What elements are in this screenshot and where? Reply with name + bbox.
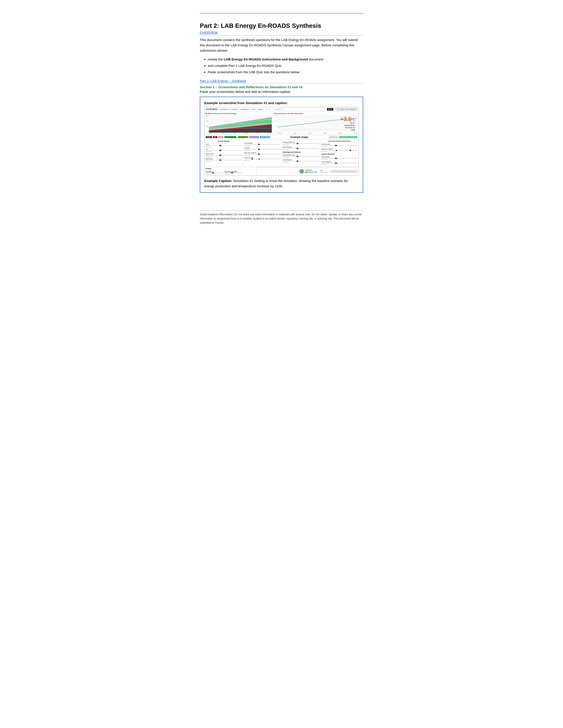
sim-menu-language[interactable]: Language ▾ [240,108,249,110]
temp-label: Temperature Increase by 2100 [340,124,355,131]
example-image-label: Example image [271,136,328,138]
sim-charts-area: ▶ Global Sources of Primary Energy 18001… [204,112,359,135]
sim-energy-supply-col1: Energy Supply Coal ⋮ status quo Oil ⋮ st… [204,139,243,167]
legend-newzero: NEW ZERO [259,136,270,138]
sim-menu-graphs[interactable]: Graphs ▾ [231,108,238,110]
slider-electrification-transport: Electrification ⋮ status quo [283,146,319,150]
enroads-logo: EN-ROADS [206,108,217,111]
sim-menu-help[interactable]: Help ▾ [258,108,263,110]
slider-deforestation: Deforestation ⋮ status quo [321,143,358,147]
slider-methane-other: Methane & Other ⋮ status quo [321,148,358,152]
slider-oil: Oil ⋮ status quo [205,148,242,152]
sim-energy-supply-col2: Renewables ⋮ status quo Nuclear ⋮ status… [243,139,282,167]
sim-beta-badge: BETA [327,108,334,111]
sim-land-industry-col: Land and Industry Emissions Deforestatio… [320,139,359,167]
legend-coal: COAL [206,136,212,138]
footer-text: Avoid Academic Misconduct. Do not share … [200,210,363,225]
sim-legend-bar: COAL OIL GAS RENEWABLES BIOENERGY NUCLEA… [204,135,359,139]
temperature-display: +3.6°C +6.5° Temperature Increase by 210… [340,116,355,131]
sim-menu-simulation[interactable]: Simulation ▾ [220,108,229,110]
slider-natural-gas: Natural Gas ⋮ status quo [205,153,242,157]
sim-logos-area: C CLIMATE▩INTERACTIVE MITMANAGEMENT En-R… [256,167,359,175]
sim-share-button[interactable]: 🔗 Share Your Scenario [336,108,357,111]
sim-menu-view[interactable]: View ▾ [251,108,256,110]
bullet-list: review the LAB Energy En-ROADS Instructi… [208,56,363,75]
slider-new-zero-carbon: New Zero Carbon ⋮ status quo [244,152,280,156]
ghg-y-axis: 1408020-20 [274,115,278,133]
legend-gas: GAS [218,136,223,138]
carbon-removal-title: Carbon Removal [321,153,358,156]
slider-coal: Coal ⋮ status quo [205,143,242,147]
overview-divider [200,35,363,36]
slider-electrification-buildings: Electrification ⋮ status quo [283,159,319,163]
climate-interactive-logo: C CLIMATE▩INTERACTIVE [299,169,317,174]
page-title: Part 2: LAB Energy En-ROADS Synthesis [200,22,363,29]
energy-chart-title: ▶ Global Sources of Primary Energy [206,113,272,114]
legend-renewables: RENEWABLES [224,136,237,138]
simulator-screenshot: EN-ROADS Simulation ▾ Graphs ▾ Language … [204,107,359,176]
bullet-item-1: review the LAB Energy En-ROADS Instructi… [208,56,363,62]
legend-bioenergy: BIOENERGY [237,136,248,138]
overview-link[interactable]: OVERVIEW [200,31,363,34]
example-box-title: Example screenshot from Simulation #1 an… [204,101,359,105]
energy-y-axis: 180012006000 [206,115,209,133]
ghg-x-labels: 200020202040206020802100 [278,133,357,134]
legend-nuclear: NUCLEAR [249,136,259,138]
intro-text: This document contains the synthesis que… [200,37,363,53]
legend-current: CURRENT SCENARIO [339,136,357,138]
energy-chart-panel: ▶ Global Sources of Primary Energy 18001… [204,112,273,135]
buildings-industry-title: Buildings and Industry [283,151,319,154]
svg-text:C: C [300,171,302,173]
sim-sliders-area: Energy Supply Coal ⋮ status quo Oil ⋮ st… [204,139,359,167]
slider-carbon-price: Carbon Price ⋮ status quo [244,157,280,161]
temp-value: +3.6°C [340,116,355,122]
example-screenshot-box: Example screenshot from Simulation #1 an… [200,97,363,193]
sim-growth-area: Growth Population ⋮ status quo Economic … [204,167,359,175]
bullet-item-2: and complete Part 1 LAB Energy En-ROADS … [208,63,363,69]
land-industry-title: Land and Industry Emissions [321,140,358,143]
slider-energy-efficiency-buildings: Energy Efficiency ⋮ status quo [283,154,319,158]
energy-chart-main: 200020202040206020802100 [209,115,272,134]
growth-section-title: Growth Population ⋮ status quo Economic … [204,167,256,175]
example-caption: Example Caption: Simulation #1 Getting t… [204,178,359,189]
part2-link[interactable]: Part 2. LAB Energy – Synthesis [200,79,363,83]
sim-nav-bar: EN-ROADS Simulation ▾ Graphs ▾ Language … [204,107,359,112]
energy-svg [209,115,272,133]
legend-baseline: BASELINE [329,136,339,138]
section1-heading: Section 1 – Screenshots and Reflections … [200,85,363,89]
slider-energy-efficiency-transport: Energy Efficiency ⋮ status quo [283,141,319,145]
ghg-chart-area: +3.6°C +6.5° Temperature Increase by 210… [278,115,357,133]
caption-bold: Example Caption: [204,179,232,183]
svg-point-15 [300,169,304,174]
legend-oil: OIL [213,136,217,138]
energy-supply-title: Energy Supply [205,140,242,143]
ghg-chart-main: +3.6°C +6.5° Temperature Increase by 210… [278,115,357,134]
transport-title [283,140,319,141]
enroads-ambassador-badge: En-ROADS Climate Ambassador Training [330,170,357,173]
energy-x-labels: 200020202040206020802100 [209,133,272,134]
sim-icons: ↩ ↪ ← → ↻ ⊞ ⊟ ⓘ [266,108,283,111]
mit-logo: MITMANAGEMENT [321,170,328,173]
climate-logo-icon: C [299,169,304,174]
bullet-item-3: Paste screenshots from the LAB Quiz into… [208,69,363,75]
slider-afforestation: Afforestation ⋮ status quo [321,156,358,160]
slider-bioenergy: Bioenergy ⋮ status quo [205,158,242,162]
slider-technological: Technological ⋮ status quo [321,161,358,165]
ghg-chart-panel: ▶ Greenhouse Gas Net Emissions 1408020-2… [273,112,359,135]
energy-chart-area [209,115,272,133]
slider-nuclear: Nuclear ⋮ status quo [244,147,280,151]
slider-renewables: Renewables ⋮ status quo [244,142,280,146]
sim-transport-col: Energy Efficiency ⋮ status quo Electrifi… [282,139,321,167]
ghg-chart-title: ▶ Greenhouse Gas Net Emissions [274,113,357,114]
paste-instruction: Paste your screenshots below and add an … [200,90,363,94]
